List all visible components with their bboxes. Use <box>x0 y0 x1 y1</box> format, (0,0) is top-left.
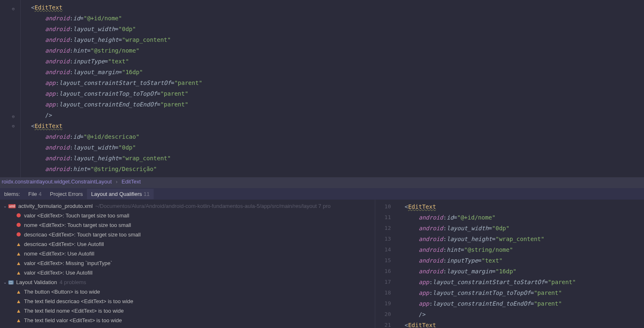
tree-item[interactable]: ▲The button <Button> is too wide <box>0 287 375 297</box>
token-op: : <box>55 90 59 97</box>
line-number[interactable]: 17 <box>375 277 391 287</box>
tree-group[interactable]: ⌄◫Layout Validation4 problems <box>0 277 375 287</box>
line-number[interactable]: 19 <box>375 298 391 309</box>
code-line[interactable]: app:layout_constraintTop_toTopOf="parent… <box>31 88 644 99</box>
tree-item[interactable]: ▲valor <EditText>: Missing `inputType` <box>0 258 375 268</box>
code-line[interactable]: android:inputType="text" <box>31 56 644 67</box>
tree-item-text: valor <EditText>: Missing `inputType` <box>24 260 112 266</box>
code-line[interactable]: android:layout_margin="16dp" <box>31 67 644 77</box>
chevron-down-icon[interactable]: ⌄ <box>3 280 7 285</box>
token-str: "0dp" <box>118 26 136 32</box>
token-attr: layout_constraintTop_toTopOf <box>433 289 531 296</box>
token-ns: app <box>45 90 55 97</box>
token-attr: id <box>73 133 80 140</box>
warning-icon: ▲ <box>16 270 22 276</box>
token-str: "@string/nome" <box>464 246 513 253</box>
token-str: "parent" <box>160 90 188 97</box>
code-line[interactable]: android:hint="@string/Descrição" <box>31 164 644 174</box>
line-number[interactable]: 21 <box>375 320 391 328</box>
token-ns: app <box>419 300 429 307</box>
line-number[interactable]: 18 <box>375 287 391 298</box>
editor-gutter[interactable]: ⊖⊖⊖ <box>0 0 21 177</box>
tree-item[interactable]: ▲valor <EditText>: Use Autofill <box>0 268 375 277</box>
token-ns: android <box>45 166 70 172</box>
token-op: : <box>55 101 59 108</box>
code-line[interactable]: /> <box>31 110 644 121</box>
token-ns: android <box>45 26 70 32</box>
token-str: "0dp" <box>492 225 509 232</box>
problems-toolbar: blems: File4Project ErrorsLayout and Qua… <box>0 188 644 200</box>
code-line[interactable]: <EditText <box>31 2 644 13</box>
code-line[interactable]: /> <box>405 309 644 320</box>
code-line[interactable]: android:id="@+id/descricao" <box>31 131 644 142</box>
tree-group[interactable]: ⌄xmlactivity_formulario_produto.xml~/Doc… <box>0 201 375 211</box>
tree-item[interactable]: ▲The text field descricao <EditText> is … <box>0 297 375 306</box>
breadcrumb-root[interactable]: roidx.constraintlayout.widget.Constraint… <box>2 178 112 185</box>
code-line[interactable]: android:hint="@string/nome" <box>31 45 644 56</box>
token-str: "16dp" <box>495 268 516 275</box>
tree-item[interactable]: nome <EditText>: Touch target size too s… <box>0 220 375 230</box>
breadcrumb-leaf[interactable]: EditText <box>122 178 141 185</box>
editor-code[interactable]: <EditTextandroid:id="@+id/nome"android:l… <box>21 0 644 177</box>
token-op: : <box>429 289 432 296</box>
code-line[interactable]: android:layout_height="wrap_content" <box>31 153 644 164</box>
code-line[interactable]: android:layout_height="wrap_content" <box>405 234 644 244</box>
line-number[interactable]: 16 <box>375 266 391 277</box>
preview-gutter[interactable]: 101112131415161718192021 <box>375 200 394 328</box>
token-str: "parent" <box>174 80 202 86</box>
code-line[interactable]: android:layout_width="0dp" <box>31 24 644 34</box>
chevron-down-icon[interactable]: ⌄ <box>3 204 7 208</box>
tree-item-subtext: ~/Documentos/Alura/Android/android-com-k… <box>95 203 330 209</box>
line-number[interactable]: 13 <box>375 234 391 244</box>
code-line[interactable]: app:layout_constraintStart_toStartOf="pa… <box>405 277 644 287</box>
token-attr: hint <box>73 166 87 172</box>
code-line[interactable]: android:layout_height="wrap_content" <box>31 34 644 45</box>
code-line[interactable]: android:id="@+id/nome" <box>31 13 644 24</box>
tree-item-text: valor <EditText>: Use Autofill <box>24 270 92 276</box>
code-line[interactable]: android:layout_margin="16dp" <box>405 266 644 277</box>
code-preview[interactable]: 101112131415161718192021 <EditTextandroi… <box>375 200 644 328</box>
tree-item[interactable]: ▲nome <EditText>: Use Autofill <box>0 249 375 258</box>
token-str: "@+id/nome" <box>84 15 122 22</box>
token-str: "text" <box>482 257 503 264</box>
code-line[interactable]: android:layout_width="0dp" <box>405 223 644 234</box>
breadcrumb[interactable]: roidx.constraintlayout.widget.Constraint… <box>0 177 644 188</box>
fold-icon[interactable]: ⊖ <box>12 114 15 119</box>
error-icon <box>16 232 22 238</box>
fold-icon[interactable]: ⊖ <box>12 123 15 129</box>
token-ns: android <box>45 47 70 54</box>
tree-item[interactable]: ▲The text field nome <EditText> is too w… <box>0 306 375 316</box>
tree-item[interactable]: valor <EditText>: Touch target size too … <box>0 211 375 220</box>
tree-item[interactable]: ▲The text field valor <EditText> is too … <box>0 316 375 325</box>
code-line[interactable]: android:hint="@string/nome" <box>405 244 644 255</box>
token-tagyellow: EditText <box>34 4 62 11</box>
problems-tab-file[interactable]: File4 <box>24 189 46 199</box>
code-line[interactable]: <EditText <box>405 201 644 212</box>
code-line[interactable]: <EditText <box>31 121 644 131</box>
main-editor[interactable]: ⊖⊖⊖ <EditTextandroid:id="@+id/nome"andro… <box>0 0 644 177</box>
line-number[interactable]: 15 <box>375 255 391 266</box>
problems-tree[interactable]: ⌄xmlactivity_formulario_produto.xml~/Doc… <box>0 200 375 328</box>
token-str: "wrap_content" <box>122 155 171 162</box>
code-line[interactable]: app:layout_constraintEnd_toEndOf="parent… <box>405 298 644 309</box>
fold-icon[interactable]: ⊖ <box>12 6 15 12</box>
code-line[interactable]: android:id="@+id/nome" <box>405 212 644 223</box>
line-number[interactable]: 20 <box>375 309 391 320</box>
line-number[interactable]: 14 <box>375 244 391 255</box>
tree-item[interactable]: descricao <EditText>: Touch target size … <box>0 230 375 239</box>
line-number[interactable]: 12 <box>375 223 391 234</box>
code-line[interactable]: <EditText <box>405 320 644 328</box>
code-line[interactable]: android:layout_width="0dp" <box>31 142 644 153</box>
tree-item[interactable]: ▲descricao <EditText>: Use Autofill <box>0 239 375 249</box>
token-ns: android <box>45 133 70 140</box>
code-line[interactable]: app:layout_constraintStart_toStartOf="pa… <box>31 77 644 88</box>
code-line[interactable]: app:layout_constraintEnd_toEndOf="parent… <box>31 99 644 110</box>
code-line[interactable]: android:inputType="text" <box>405 255 644 266</box>
token-ns: app <box>45 80 55 86</box>
problems-tab-layout-and-qualifiers[interactable]: Layout and Qualifiers11 <box>87 189 154 199</box>
problems-tab-project-errors[interactable]: Project Errors <box>46 189 87 199</box>
line-number[interactable]: 11 <box>375 212 391 223</box>
preview-code[interactable]: <EditTextandroid:id="@+id/nome"android:l… <box>394 200 644 328</box>
code-line[interactable]: app:layout_constraintTop_toTopOf="parent… <box>405 287 644 298</box>
line-number[interactable]: 10 <box>375 201 391 212</box>
